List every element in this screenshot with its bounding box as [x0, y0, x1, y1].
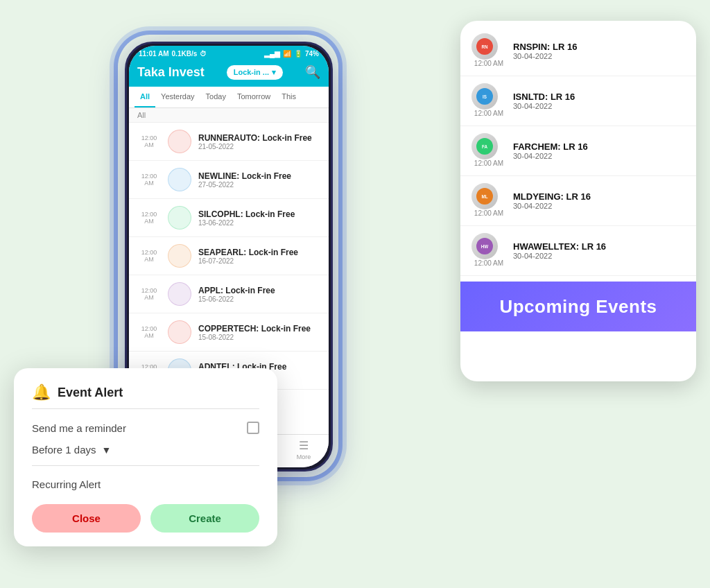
item-date: 30-04-2022 — [513, 102, 575, 110]
phone-item-time: 12:00 AM — [137, 211, 161, 225]
status-network: 0.1KB/s — [172, 50, 198, 58]
alert-header: 🔔 Event Alert — [32, 383, 259, 401]
item-date: 30-04-2022 — [513, 252, 606, 260]
phone-item-title: SILCOPHL: Lock-in Free — [198, 209, 295, 219]
battery-icon: 🔋 — [294, 50, 302, 58]
status-time: 11:01 AM — [139, 50, 169, 58]
create-button[interactable]: Create — [150, 504, 259, 533]
alert-title: Event Alert — [58, 386, 123, 400]
close-button[interactable]: Close — [32, 504, 141, 533]
nav-more-label: More — [297, 453, 311, 460]
item-time: 12:00 AM — [471, 209, 506, 217]
phone-item-details: COPPERTECH: Lock-in Free 15-08-2022 — [198, 324, 311, 341]
signal-icon: ▂▄▆ — [264, 50, 280, 58]
company-logo-icon: ML — [471, 183, 498, 209]
phone-statusbar: 11:01 AM 0.1KB/s ⏱ ▂▄▆ 📶 🔋 74% — [129, 46, 329, 60]
wifi-icon: 📶 — [283, 50, 291, 58]
upcoming-list-item[interactable]: HW 12:00 AM HWAWELLTEX: LR 16 30-04-2022 — [460, 226, 696, 276]
lockin-dropdown[interactable]: Lock-in ... ▾ — [227, 65, 283, 80]
nav-more[interactable]: ☰ More — [279, 439, 329, 460]
timer-icon: ⏱ — [200, 50, 207, 58]
phone-list-item[interactable]: 12:00 AM SEAPEARL: Lock-in Free 16-07-20… — [129, 237, 329, 275]
days-row: Before 1 days ▼ — [32, 444, 259, 466]
svg-text:HW: HW — [481, 244, 489, 249]
item-date: 30-04-2022 — [513, 152, 588, 160]
reminder-checkbox[interactable] — [247, 422, 259, 434]
filter-label: All — [129, 108, 329, 123]
phone-item-title: RUNNERAUTO: Lock-in Free — [198, 133, 312, 143]
item-time: 12:00 AM — [471, 60, 506, 67]
tab-yesterday[interactable]: Yesterday — [155, 87, 200, 107]
company-logo-icon: RN — [471, 33, 498, 60]
svg-text:FA: FA — [482, 144, 487, 149]
company-logo-icon: FA — [471, 133, 498, 159]
search-button[interactable]: 🔍 — [305, 64, 320, 80]
phone-item-date: 16-07-2022 — [198, 257, 298, 265]
days-label: Before 1 days — [32, 444, 96, 456]
recurring-label: Recurring Alert — [32, 478, 259, 490]
upcoming-list-item[interactable]: RN 12:00 AM RNSPIN: LR 16 30-04-2022 — [460, 26, 696, 76]
phone-list-item[interactable]: 12:00 AM COPPERTECH: Lock-in Free 15-08-… — [129, 313, 329, 352]
chevron-down-icon: ▾ — [272, 68, 276, 77]
statusbar-right: ▂▄▆ 📶 🔋 74% — [264, 50, 319, 58]
phone-item-time: 12:00 AM — [137, 135, 161, 148]
tab-all[interactable]: All — [135, 87, 155, 107]
upcoming-list-item[interactable]: ML 12:00 AM MLDYEING: LR 16 30-04-2022 — [460, 176, 696, 226]
alert-buttons: Close Create — [32, 504, 259, 533]
phone-item-time: 12:00 AM — [137, 287, 161, 301]
item-title: FARCHEM: LR 16 — [513, 141, 588, 152]
phone-item-time: 12:00 AM — [137, 249, 161, 263]
phone-app-title: Taka Invest — [137, 65, 205, 80]
phone-list-item[interactable]: 12:00 AM NEWLINE: Lock-in Free 27-05-202… — [129, 161, 329, 199]
tab-today[interactable]: Today — [200, 87, 232, 107]
phone-item-details: SILCOPHL: Lock-in Free 13-06-2022 — [198, 209, 295, 227]
phone-item-date: 27-05-2022 — [198, 181, 291, 189]
company-logo-icon: IS — [471, 83, 498, 110]
phone-item-title: NEWLINE: Lock-in Free — [198, 171, 291, 181]
phone-item-title: SEAPEARL: Lock-in Free — [198, 248, 298, 257]
svg-text:RN: RN — [481, 44, 488, 49]
item-details: RNSPIN: LR 16 30-04-2022 — [513, 42, 577, 60]
battery-pct: 74% — [305, 50, 319, 58]
statusbar-left: 11:01 AM 0.1KB/s ⏱ — [139, 50, 207, 58]
phone-item-title: APPL: Lock-in Free — [198, 286, 275, 295]
bell-icon: 🔔 — [32, 383, 51, 401]
item-details: MLDYEING: LR 16 30-04-2022 — [513, 191, 591, 210]
phone-item-icon — [168, 282, 191, 306]
item-title: HWAWELLTEX: LR 16 — [513, 241, 606, 252]
phone-item-icon — [168, 244, 191, 268]
event-alert-dialog: 🔔 Event Alert Send me a reminder Before … — [14, 368, 277, 546]
phone-list-item[interactable]: 12:00 AM APPL: Lock-in Free 15-06-2022 — [129, 275, 329, 313]
more-icon: ☰ — [299, 439, 309, 452]
phone-item-date: 15-08-2022 — [198, 334, 311, 341]
upcoming-footer-title: Upcoming Events — [499, 296, 657, 318]
phone-item-details: NEWLINE: Lock-in Free 27-05-2022 — [198, 171, 291, 189]
item-title: MLDYEING: LR 16 — [513, 191, 591, 202]
item-title: RNSPIN: LR 16 — [513, 42, 577, 52]
item-date: 30-04-2022 — [513, 202, 591, 210]
item-details: ISNLTD: LR 16 30-04-2022 — [513, 92, 575, 110]
phone-item-time: 12:00 AM — [137, 325, 161, 339]
upcoming-list-item[interactable]: FA 12:00 AM FARCHEM: LR 16 30-04-2022 — [460, 126, 696, 176]
phone-item-date: 15-06-2022 — [198, 295, 275, 303]
phone-list-item[interactable]: 12:00 AM RUNNERAUTO: Lock-in Free 21-05-… — [129, 123, 329, 161]
upcoming-list: RN 12:00 AM RNSPIN: LR 16 30-04-2022 IS … — [460, 21, 696, 282]
days-dropdown-icon[interactable]: ▼ — [102, 444, 112, 456]
svg-text:ML: ML — [481, 194, 487, 199]
item-date: 30-04-2022 — [513, 52, 577, 60]
alert-divider — [32, 408, 259, 409]
tab-this[interactable]: This — [276, 87, 302, 107]
phone-tabs: All Yesterday Today Tomorrow This — [129, 87, 329, 108]
upcoming-list-item[interactable]: IS 12:00 AM ISNLTD: LR 16 30-04-2022 — [460, 76, 696, 126]
phone-item-icon — [168, 130, 191, 153]
item-time: 12:00 AM — [471, 110, 506, 117]
phone-header: Taka Invest Lock-in ... ▾ 🔍 — [129, 60, 329, 87]
phone-item-date: 21-05-2022 — [198, 143, 312, 150]
phone-list-item[interactable]: 12:00 AM SILCOPHL: Lock-in Free 13-06-20… — [129, 199, 329, 237]
reminder-row: Send me a reminder — [32, 422, 259, 434]
tab-tomorrow[interactable]: Tomorrow — [232, 87, 276, 107]
phone-item-icon — [168, 206, 191, 230]
phone-item-details: RUNNERAUTO: Lock-in Free 21-05-2022 — [198, 133, 312, 150]
item-details: HWAWELLTEX: LR 16 30-04-2022 — [513, 241, 606, 260]
item-time: 12:00 AM — [471, 259, 506, 267]
